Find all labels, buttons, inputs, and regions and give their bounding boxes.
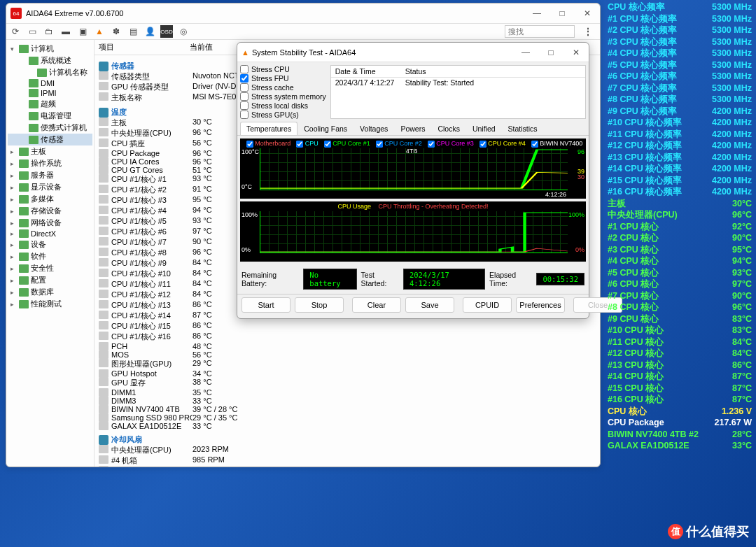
tab[interactable]: Voltages: [354, 122, 394, 135]
col-item[interactable]: 项目: [94, 40, 186, 55]
preferences-button[interactable]: Preferences: [516, 297, 565, 313]
dialog-minimize-button[interactable]: —: [517, 48, 534, 57]
osd-row: #3 CPU 核心95°C: [608, 244, 752, 256]
sensor-row[interactable]: #4 机箱985 RPM: [99, 455, 596, 466]
tree-item[interactable]: ▸数据库: [8, 286, 92, 298]
kebab-menu-icon[interactable]: ⋮: [579, 26, 597, 37]
tree-item[interactable]: ▸显示设备: [8, 181, 92, 193]
tree-item[interactable]: 计算机名称: [8, 66, 92, 78]
sensor-row[interactable]: BIWIN NV7400 4TB39 °C / 28 °C: [99, 405, 596, 413]
refresh-icon[interactable]: ⟳: [9, 25, 22, 38]
sensor-row[interactable]: DIMM135 °C: [99, 388, 596, 397]
osd-row: #8 CPU 核心96°C: [608, 301, 752, 313]
legend-item[interactable]: Motherboard: [246, 140, 291, 147]
sensor-row[interactable]: Samsung SSD 980 PRO 500GB29 °C / 35 °C: [99, 413, 596, 422]
folder-icon[interactable]: 🗀: [43, 25, 55, 38]
search-input[interactable]: [505, 25, 575, 38]
user-icon[interactable]: 👤: [144, 25, 156, 38]
osd-row: #4 CPU 核心频率5300 MHz: [608, 48, 752, 59]
sensor-row[interactable]: 中央处理器(CPU)2023 RPM: [99, 445, 596, 455]
minimize-button[interactable]: —: [528, 8, 545, 18]
disk-icon[interactable]: ▣: [76, 25, 89, 38]
osd-row: #10 CPU 核心频率4200 MHz: [608, 117, 752, 129]
osd-row: #6 CPU 核心97°C: [608, 278, 752, 290]
watermark-icon: 值: [668, 524, 683, 539]
target-icon[interactable]: ◎: [177, 25, 190, 38]
stress-option[interactable]: Stress GPU(s): [240, 111, 326, 119]
legend-item[interactable]: CPU Core #2: [376, 140, 422, 147]
osd-row: #4 CPU 核心94°C: [608, 255, 752, 267]
dialog-maximize-button[interactable]: □: [542, 48, 559, 57]
tree-item[interactable]: ▸性能测试: [8, 298, 92, 310]
sensor-row[interactable]: CPU #1/核心 #1586 °C: [99, 321, 596, 332]
osd-row: #7 CPU 核心频率5300 MHz: [608, 83, 752, 94]
start-button[interactable]: Start: [241, 297, 290, 313]
sensor-row[interactable]: GPU 显存38 °C: [99, 378, 596, 388]
stress-option[interactable]: Stress system memory: [240, 92, 326, 101]
clear-button[interactable]: Clear: [352, 297, 401, 313]
elapsed-value: 00:15:32: [536, 273, 584, 285]
sensor-row[interactable]: CPU #1/核心 #1686 °C: [99, 332, 596, 342]
save-button[interactable]: Save: [405, 297, 454, 313]
sensor-row[interactable]: DIMM333 °C: [99, 397, 596, 405]
tab[interactable]: Temperatures: [240, 122, 298, 135]
osd-row: #8 CPU 核心频率5300 MHz: [608, 94, 752, 106]
page-icon[interactable]: ▭: [26, 25, 38, 38]
close-button[interactable]: ✕: [579, 8, 596, 18]
sensor-row[interactable]: 图形处理器(GPU)29 °C: [99, 359, 596, 369]
fan-icon[interactable]: ✽: [110, 25, 122, 38]
tree-item[interactable]: ▸多媒体: [8, 193, 92, 205]
tree-item[interactable]: 便携式计算机: [8, 122, 92, 134]
maximize-button[interactable]: □: [554, 8, 570, 18]
tree-item[interactable]: ▸存储设备: [8, 205, 92, 217]
sensor-row[interactable]: 水泵1815 RPM: [99, 466, 596, 467]
tab[interactable]: Cooling Fans: [298, 122, 354, 135]
legend-item[interactable]: CPU: [296, 140, 318, 147]
tree-item[interactable]: 系统概述: [8, 55, 92, 66]
tree-item[interactable]: 电源管理: [8, 110, 92, 122]
tree-item[interactable]: 传感器: [8, 134, 92, 145]
tree-item[interactable]: ▸网络设备: [8, 217, 92, 229]
legend-item[interactable]: CPU Core #3: [428, 140, 474, 147]
osd-row: #16 CPU 核心87°C: [608, 394, 752, 406]
memory-icon[interactable]: ▬: [59, 25, 72, 38]
legend-item[interactable]: CPU Core #1: [324, 140, 370, 147]
tab[interactable]: Powers: [394, 122, 431, 135]
tree-item[interactable]: ▸主板: [8, 145, 92, 157]
stop-button[interactable]: Stop: [295, 297, 344, 313]
tree-item[interactable]: ▸配置: [8, 274, 92, 286]
tree-item[interactable]: ▸服务器: [8, 169, 92, 181]
tree-item[interactable]: ▸软件: [8, 250, 92, 262]
tab[interactable]: Unified: [466, 122, 502, 135]
tree-item[interactable]: ▾计算机: [8, 43, 92, 55]
battery-value: No battery: [303, 269, 356, 290]
dialog-titlebar[interactable]: ▲ System Stability Test - AIDA64 — □ ✕: [237, 43, 589, 62]
chart-icon[interactable]: ▤: [127, 25, 139, 38]
tree-item[interactable]: ▸操作系统: [8, 157, 92, 169]
legend-item[interactable]: CPU Core #4: [479, 140, 526, 147]
osd-icon[interactable]: OSD: [160, 25, 173, 38]
flame-icon[interactable]: ▲: [93, 25, 106, 38]
sensor-row[interactable]: PCH48 °C: [99, 342, 596, 350]
stress-option[interactable]: Stress cache: [240, 83, 326, 92]
tab[interactable]: Statistics: [502, 122, 544, 135]
tab[interactable]: Clocks: [431, 122, 466, 135]
cpuid-button[interactable]: CPUID: [463, 297, 512, 313]
stress-option[interactable]: Stress CPU: [240, 65, 326, 73]
tree-item[interactable]: ▸设备: [8, 239, 92, 250]
dialog-close-button[interactable]: ✕: [568, 48, 584, 57]
osd-row: #16 CPU 核心频率4200 MHz: [608, 186, 752, 198]
tree-item[interactable]: 超频: [8, 98, 92, 110]
nav-tree[interactable]: ▾计算机系统概述计算机名称DMIIPMI超频电源管理便携式计算机传感器▸主板▸操…: [6, 40, 94, 467]
titlebar[interactable]: 64 AIDA64 Extreme v7.00.6700 — □ ✕: [6, 3, 600, 23]
tree-item[interactable]: IPMI: [8, 88, 92, 98]
tree-item[interactable]: DMI: [8, 78, 92, 88]
tree-item[interactable]: ▸DirectX: [8, 229, 92, 239]
tree-item[interactable]: ▸安全性: [8, 262, 92, 274]
log-status: Stability Test: Started: [401, 78, 478, 87]
sensor-row[interactable]: MOS56 °C: [99, 350, 596, 359]
sensor-row[interactable]: GALAX EA1D0512E33 °C: [99, 422, 596, 430]
stress-option[interactable]: Stress local disks: [240, 101, 326, 110]
sensor-row[interactable]: GPU Hotspot34 °C: [99, 369, 596, 378]
stress-option[interactable]: Stress FPU: [240, 74, 326, 83]
